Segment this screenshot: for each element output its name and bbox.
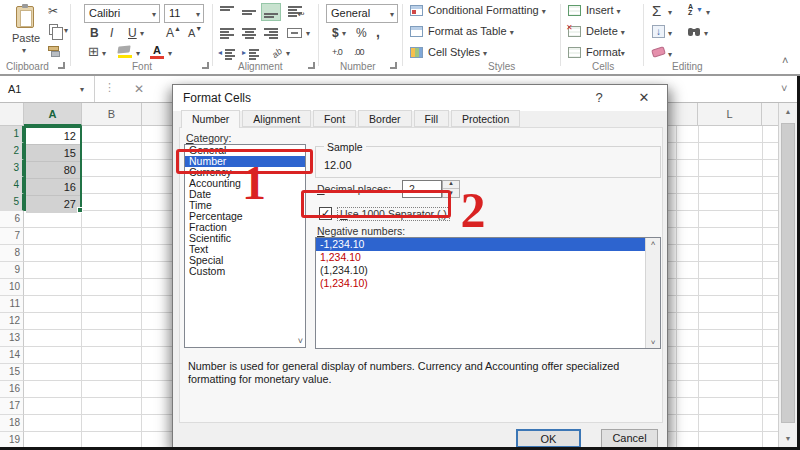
clear-dropdown-icon[interactable]: ▾ [668, 50, 672, 59]
row-header[interactable]: 11 [0, 296, 24, 313]
scrollbar-thumb[interactable] [781, 123, 795, 423]
list-scroll-down-icon[interactable]: ˅ [646, 338, 660, 347]
font-size-dropdown-icon[interactable]: ▾ [196, 6, 200, 23]
paste-dropdown-icon[interactable]: ▾ [22, 46, 26, 55]
category-item[interactable]: Custom [185, 266, 305, 277]
number-format-combobox[interactable]: General▾ [326, 4, 398, 23]
format-painter-icon[interactable] [48, 46, 59, 51]
underline-dropdown-icon[interactable]: ▾ [140, 29, 144, 38]
align-center-icon[interactable] [242, 27, 256, 39]
selection-range-A1-A5[interactable]: 12 15 80 16 27 [24, 126, 82, 211]
row-header[interactable]: 17 [0, 398, 24, 415]
middle-align-icon[interactable] [242, 6, 256, 18]
bold-button[interactable]: B [90, 26, 99, 40]
find-select-dropdown-icon[interactable]: ▾ [704, 29, 708, 38]
row-header[interactable]: 16 [0, 381, 24, 398]
row-header[interactable]: 7 [0, 228, 24, 245]
italic-button[interactable]: I [110, 26, 113, 40]
negative-format-option[interactable]: 1,234.10 [316, 251, 660, 264]
row-header[interactable]: 14 [0, 347, 24, 364]
font-name-dropdown-icon[interactable]: ▾ [152, 6, 156, 23]
row-header[interactable]: 13 [0, 330, 24, 347]
font-color-icon[interactable]: A [150, 44, 164, 56]
close-icon[interactable]: ✕ [629, 90, 659, 105]
row-header[interactable]: 5 [0, 194, 24, 211]
vertical-scrollbar[interactable]: ▲ ▼ [778, 103, 797, 447]
row-header[interactable]: 3 [0, 160, 24, 177]
increase-indent-icon[interactable]: ▸ [242, 48, 246, 57]
cell-A2[interactable]: 15 [26, 145, 80, 162]
select-all-corner[interactable] [0, 103, 24, 126]
fill-color-dropdown-icon[interactable]: ▾ [136, 49, 140, 58]
row-header[interactable]: 4 [0, 177, 24, 194]
format-button[interactable]: Format▾ [586, 46, 625, 58]
insert-button[interactable]: Insert ▾ [586, 4, 621, 16]
autosum-dropdown-icon[interactable]: ▾ [668, 8, 672, 17]
column-header-partial-m[interactable] [762, 103, 778, 126]
collapse-ribbon-icon[interactable]: ˄ [782, 54, 788, 66]
name-box-dropdown-icon[interactable]: ▾ [80, 85, 84, 94]
increase-decimal-button[interactable]: +.0 [332, 47, 342, 57]
negative-numbers-listbox[interactable]: -1,234.10 1,234.10 (1,234.10) (1,234.10)… [315, 237, 661, 349]
number-dialog-launcher[interactable] [390, 62, 397, 69]
cut-icon[interactable]: ✂ [48, 4, 58, 18]
negative-format-option[interactable]: (1,234.10) [316, 277, 660, 290]
autosum-icon[interactable]: Σ [652, 2, 661, 19]
align-left-icon[interactable] [220, 27, 234, 39]
cell-A3[interactable]: 80 [26, 162, 80, 179]
orientation-dropdown-icon[interactable]: ▾ [286, 49, 290, 58]
negative-format-option[interactable]: (1,234.10) [316, 264, 660, 277]
row-header[interactable]: 8 [0, 245, 24, 262]
conditional-formatting-button[interactable]: Conditional Formatting ▾ [428, 4, 546, 16]
format-as-table-button[interactable]: Format as Table ▾ [428, 25, 514, 37]
row-header[interactable]: 9 [0, 262, 24, 279]
dialog-title-bar[interactable]: Format Cells ? ✕ [173, 85, 667, 111]
tab-number[interactable]: Number [181, 110, 240, 128]
row-header[interactable]: 18 [0, 415, 24, 432]
cell-styles-button[interactable]: Cell Styles ▾ [428, 46, 487, 58]
sort-filter-dropdown-icon[interactable]: ▾ [706, 8, 710, 17]
column-header-partial[interactable] [142, 103, 174, 126]
accounting-dropdown-icon[interactable]: ▾ [342, 29, 346, 38]
fill-dropdown-icon[interactable]: ▾ [668, 29, 672, 38]
row-header[interactable]: 12 [0, 313, 24, 330]
column-header-B[interactable]: B [82, 103, 142, 126]
row-header[interactable]: 6 [0, 211, 24, 228]
tab-border[interactable]: Border [358, 110, 412, 127]
borders-dropdown-icon[interactable]: ▾ [102, 49, 106, 58]
scroll-down-icon[interactable]: ▼ [779, 430, 797, 447]
shrink-font-button[interactable]: A▼ [188, 25, 202, 39]
cell-A1[interactable]: 12 [26, 128, 80, 145]
clipboard-dialog-launcher[interactable] [58, 62, 65, 69]
row-header[interactable]: 2 [0, 143, 24, 160]
align-right-icon[interactable] [264, 27, 278, 39]
alignment-dialog-launcher[interactable] [308, 62, 315, 69]
copy-dropdown-icon[interactable]: ▾ [64, 26, 68, 35]
tab-font[interactable]: Font [313, 110, 356, 127]
fill-handle[interactable] [77, 207, 83, 213]
row-header[interactable]: 15 [0, 364, 24, 381]
row-header[interactable]: 10 [0, 279, 24, 296]
accounting-format-button[interactable]: $ [332, 26, 339, 40]
font-dialog-launcher[interactable] [202, 62, 209, 69]
font-size-combobox[interactable]: 11▾ [164, 4, 204, 23]
column-header-L[interactable]: L [698, 103, 762, 126]
find-select-icon[interactable] [688, 28, 693, 36]
cell-A5[interactable]: 27 [26, 196, 80, 213]
tab-alignment[interactable]: Alignment [242, 110, 311, 127]
cell-A4[interactable]: 16 [26, 179, 80, 196]
copy-icon[interactable] [49, 24, 58, 35]
number-format-dropdown-icon[interactable]: ▾ [390, 6, 394, 23]
list-scroll-up-icon[interactable]: ˄ [646, 239, 660, 248]
ok-button[interactable]: OK [516, 429, 581, 448]
font-name-combobox[interactable]: Calibri▾ [84, 4, 160, 23]
fill-down-icon[interactable]: ↓ [652, 25, 665, 38]
underline-button[interactable]: U [128, 26, 137, 40]
bottom-align-icon[interactable] [264, 6, 278, 18]
negative-list-scrollbar[interactable]: ˄ ˅ [645, 238, 660, 348]
tab-protection[interactable]: Protection [451, 110, 520, 127]
merge-center-dropdown-icon[interactable]: ▾ [306, 29, 310, 38]
paste-button[interactable]: Paste ▾ [8, 4, 44, 60]
font-color-dropdown-icon[interactable]: ▾ [168, 49, 172, 58]
percent-style-button[interactable]: % [356, 26, 367, 40]
